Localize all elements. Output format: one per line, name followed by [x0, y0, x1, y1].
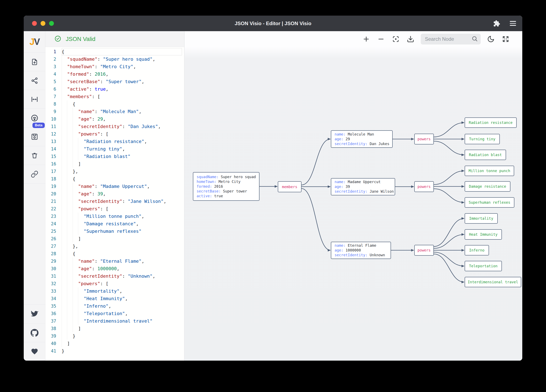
- editor-line-36[interactable]: 36"Teleportation",: [45, 310, 184, 317]
- graph-node-power-damage-resistance[interactable]: Damage resistance: [465, 181, 510, 192]
- editor-line-27[interactable]: 27},: [45, 243, 184, 250]
- search-node-box: [421, 34, 481, 44]
- code-editor[interactable]: 1{2"squadName": "Super hero squad",3"hom…: [45, 47, 184, 360]
- line-number: 20: [45, 190, 62, 198]
- editor-line-2[interactable]: 2"squadName": "Super hero squad",: [45, 56, 184, 63]
- graph-node-power-turning-tiny[interactable]: Turning tiny: [465, 134, 500, 144]
- new-document-icon[interactable]: [24, 53, 45, 71]
- editor-line-21[interactable]: 21"secretIdentity": "Jane Wilson",: [45, 198, 184, 205]
- menu-icon[interactable]: [510, 20, 516, 27]
- twitter-icon[interactable]: [24, 304, 45, 323]
- editor-line-13[interactable]: 13"Radiation resistance",: [45, 138, 184, 145]
- editor-line-7[interactable]: 7"members": [: [45, 93, 184, 100]
- graph-node-power-radiation-resistance[interactable]: Radiation resistance: [465, 117, 517, 128]
- graph-canvas[interactable]: squadName: Super hero squadhomeTown: Met…: [185, 31, 522, 360]
- editor-line-16[interactable]: 16]: [45, 160, 184, 168]
- editor-line-24[interactable]: 24"Damage resistance",: [45, 220, 184, 228]
- heart-icon[interactable]: [24, 342, 45, 360]
- center-focus-icon[interactable]: [391, 34, 400, 44]
- graph-nodes-layer: squadName: Super hero squadhomeTown: Met…: [185, 31, 522, 360]
- search-icon[interactable]: [472, 36, 478, 43]
- editor-line-9[interactable]: 9"name": "Molecule Man",: [45, 108, 184, 115]
- graph-node-power-superhuman-reflexes[interactable]: Superhuman reflexes: [465, 197, 514, 208]
- editor-line-19[interactable]: 19"name": "Madame Uppercut",: [45, 183, 184, 190]
- graph-node-power-heat-immunity[interactable]: Heat Immunity: [465, 229, 502, 240]
- app-window: JSON Visio - Editor | JSON Visio JV: [24, 16, 522, 360]
- graph-node-power-interdimensional-travel[interactable]: Interdimensional travel: [465, 277, 521, 287]
- line-number: 14: [45, 145, 62, 153]
- editor-line-11[interactable]: 11"secretIdentity": "Dan Jukes",: [45, 123, 184, 130]
- editor-line-5[interactable]: 5"secretBase": "Super tower",: [45, 78, 184, 85]
- graph-node-power-inferno[interactable]: Inferno: [465, 245, 489, 255]
- editor-line-25[interactable]: 25"Superhuman reflexes": [45, 228, 184, 235]
- editor-line-6[interactable]: 6"active": true,: [45, 85, 184, 93]
- editor-line-4[interactable]: 4"formed": 2016,: [45, 70, 184, 78]
- editor-line-10[interactable]: 10"age": 29,: [45, 115, 184, 123]
- graph-node-root[interactable]: squadName: Super hero squadhomeTown: Met…: [193, 172, 260, 201]
- zoom-in-icon[interactable]: [362, 34, 371, 44]
- line-number: 19: [45, 183, 62, 190]
- search-node-input[interactable]: [425, 36, 472, 42]
- line-number: 10: [45, 115, 62, 123]
- graph-node-member-3[interactable]: name: Eternal Flameage: 1000000secretIde…: [331, 242, 391, 259]
- editor-line-30[interactable]: 30"age": 1000000,: [45, 265, 184, 272]
- editor-line-3[interactable]: 3"homeTown": "Metro City",: [45, 63, 184, 70]
- editor-line-38[interactable]: 38]: [45, 325, 184, 332]
- line-number: 37: [45, 317, 62, 325]
- line-number: 6: [45, 85, 62, 93]
- dark-mode-icon[interactable]: [486, 34, 495, 44]
- line-number: 26: [45, 235, 62, 243]
- zoom-out-icon[interactable]: [377, 34, 386, 44]
- editor-line-35[interactable]: 35"Inferno",: [45, 303, 184, 310]
- editor-line-22[interactable]: 22"powers": [: [45, 205, 184, 213]
- graph-node-member-1[interactable]: name: Molecule Manage: 29secretIdentity:…: [331, 130, 393, 148]
- share-graph-icon[interactable]: [24, 71, 45, 90]
- editor-line-41[interactable]: 41}: [45, 347, 184, 355]
- graph-node-power-immortality[interactable]: Immortality: [465, 213, 498, 224]
- editor-line-29[interactable]: 29"name": "Eternal Flame",: [45, 258, 184, 265]
- line-number: 36: [45, 310, 62, 317]
- editor-line-37[interactable]: 37"Interdimensional travel": [45, 317, 184, 325]
- editor-line-18[interactable]: 18{: [45, 175, 184, 183]
- editor-line-34[interactable]: 34"Heat Immunity",: [45, 295, 184, 303]
- graph-node-power-million-tonne-punch[interactable]: Million tonne punch: [465, 166, 514, 176]
- line-number: 31: [45, 272, 62, 280]
- download-icon[interactable]: [406, 34, 415, 44]
- editor-line-12[interactable]: 12"powers": [: [45, 130, 184, 138]
- logo-letter-j: J: [30, 37, 34, 47]
- puzzle-extension-icon[interactable]: [493, 20, 500, 27]
- editor-line-33[interactable]: 33"Immortality",: [45, 287, 184, 295]
- graph-node-power-teleportation[interactable]: Teleportation: [465, 261, 502, 271]
- editor-line-32[interactable]: 32"powers": [: [45, 280, 184, 287]
- graph-node-powers-1[interactable]: powers: [414, 134, 434, 145]
- line-number: 32: [45, 280, 62, 287]
- editor-line-15[interactable]: 15"Radiation blast": [45, 153, 184, 160]
- graph-node-members[interactable]: members: [278, 181, 301, 192]
- editor-line-20[interactable]: 20"age": 39,: [45, 190, 184, 198]
- editor-line-1[interactable]: 1{: [45, 48, 184, 56]
- center-fit-icon[interactable]: [24, 90, 45, 109]
- editor-line-17[interactable]: 17},: [45, 168, 184, 175]
- trash-icon[interactable]: [24, 146, 45, 165]
- fullscreen-icon[interactable]: [501, 34, 510, 44]
- live-beta-icon[interactable]: Beta: [24, 109, 45, 127]
- editor-line-8[interactable]: 8{: [45, 100, 184, 108]
- line-number: 3: [45, 63, 62, 70]
- titlebar: JSON Visio - Editor | JSON Visio: [24, 16, 522, 31]
- editor-line-23[interactable]: 23"Million tonne punch",: [45, 213, 184, 220]
- editor-line-39[interactable]: 39}: [45, 332, 184, 340]
- editor-line-14[interactable]: 14"Turning tiny",: [45, 145, 184, 153]
- editor-line-40[interactable]: 40]: [45, 340, 184, 347]
- editor-line-28[interactable]: 28{: [45, 250, 184, 258]
- app-logo[interactable]: JV: [24, 31, 45, 53]
- graph-node-powers-2[interactable]: powers: [414, 181, 434, 192]
- save-icon[interactable]: [24, 127, 45, 146]
- editor-line-26[interactable]: 26]: [45, 235, 184, 243]
- graph-node-power-radiation-blast[interactable]: Radiation blast: [465, 150, 506, 160]
- github-icon[interactable]: [24, 323, 45, 342]
- graph-node-member-2[interactable]: name: Madame Uppercutage: 39secretIdenti…: [331, 178, 395, 195]
- line-number: 13: [45, 138, 62, 145]
- editor-line-31[interactable]: 31"secretIdentity": "Unknown",: [45, 272, 184, 280]
- graph-node-powers-3[interactable]: powers: [414, 245, 434, 256]
- link-icon[interactable]: [24, 165, 45, 183]
